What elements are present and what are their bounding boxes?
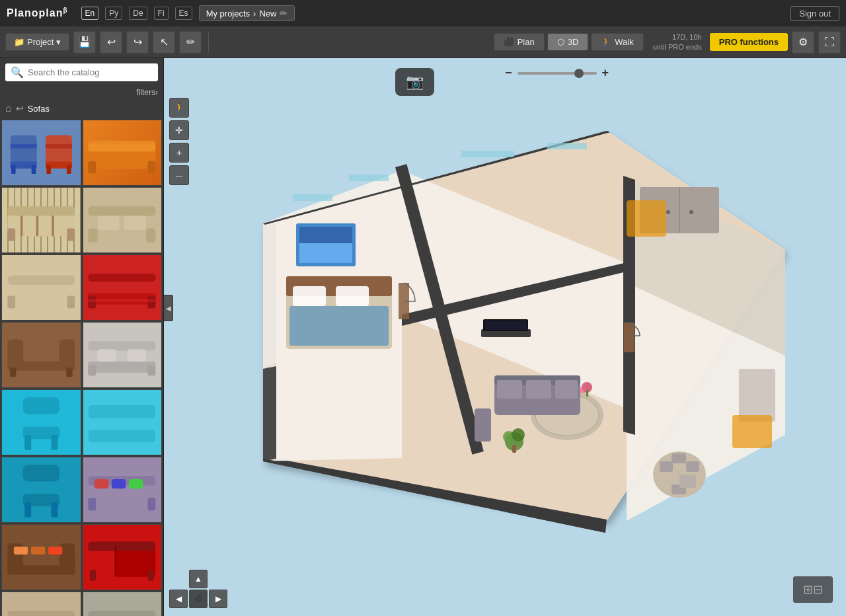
zoom-slider-thumb[interactable]	[574, 69, 584, 78]
lang-ru[interactable]: Ру	[105, 7, 122, 20]
nav-right-button[interactable]: ▶	[209, 590, 227, 608]
list-item[interactable]	[1, 389, 81, 455]
svg-rect-57	[89, 405, 155, 418]
lang-fi[interactable]: Fi	[154, 7, 169, 20]
cube-icon: ⬡	[557, 37, 564, 47]
svg-rect-138	[586, 390, 588, 397]
svg-rect-33	[89, 274, 156, 282]
pro-info-text: 17D, 10h until PRO ends	[653, 32, 702, 52]
furniture-grid	[0, 118, 163, 616]
search-input-wrap[interactable]: 🔍	[5, 63, 158, 81]
svg-rect-110	[349, 174, 389, 181]
zoom-minus-label[interactable]: −	[505, 66, 512, 80]
svg-rect-7	[32, 165, 36, 174]
list-item[interactable]	[83, 389, 163, 455]
svg-rect-43	[66, 367, 72, 377]
svg-rect-70	[148, 498, 156, 510]
nav-up-button[interactable]: ▲	[189, 570, 208, 588]
svg-rect-31	[67, 295, 75, 308]
svg-rect-74	[14, 547, 28, 555]
nav-center-button[interactable]: ⬛	[189, 590, 208, 608]
settings-button[interactable]: ⚙	[792, 31, 814, 54]
navigation-arrows: ▲ ◀ ⬛ ▶	[169, 570, 227, 608]
fullscreen-button[interactable]: ⛶	[818, 31, 841, 54]
svg-rect-37	[89, 299, 156, 302]
list-item[interactable]	[83, 524, 163, 590]
svg-rect-41	[7, 361, 75, 370]
gear-icon: ⚙	[798, 36, 808, 48]
list-item[interactable]	[83, 322, 163, 388]
search-icon: 🔍	[11, 66, 24, 79]
lang-de[interactable]: De	[129, 7, 147, 20]
list-item[interactable]	[83, 187, 163, 253]
chevron-right-icon: ›	[253, 9, 256, 19]
svg-rect-68	[129, 479, 143, 488]
search-input[interactable]	[28, 67, 153, 77]
svg-rect-29	[7, 276, 75, 285]
svg-rect-108	[624, 323, 634, 352]
category-label: Sofas	[28, 104, 50, 114]
app-logo: Planoplanβ	[7, 7, 68, 19]
zoom-plus-label[interactable]: +	[602, 66, 609, 80]
3d-view-button[interactable]: ⬡ 3D	[547, 33, 589, 51]
svg-rect-85	[7, 611, 75, 616]
svg-rect-80	[89, 541, 156, 551]
filters-row[interactable]: filters›	[0, 87, 163, 100]
svg-rect-151	[732, 415, 772, 448]
svg-rect-143	[672, 453, 686, 463]
sidebar-collapse-button[interactable]: ◀	[164, 295, 173, 321]
lang-en[interactable]: En	[81, 7, 99, 20]
walk-view-button[interactable]: 🚶 Walk	[591, 33, 643, 51]
svg-rect-20	[7, 228, 15, 241]
list-item[interactable]	[1, 592, 81, 616]
main-area: 🔍 filters› ⌂ ↩ Sofas	[0, 58, 846, 616]
back-icon[interactable]: ↩	[16, 103, 24, 114]
svg-rect-69	[89, 498, 96, 510]
plan-view-button[interactable]: ⬛ Plan	[494, 33, 545, 51]
select-button[interactable]: ↖	[153, 31, 175, 54]
draw-button[interactable]: ✏	[179, 31, 202, 54]
list-item[interactable]	[1, 524, 81, 590]
cursor-icon: ↖	[160, 36, 169, 48]
svg-rect-49	[89, 365, 96, 376]
undo-button[interactable]: ↩	[100, 31, 122, 54]
list-item[interactable]	[1, 322, 81, 388]
list-item[interactable]	[83, 120, 163, 186]
svg-rect-63	[51, 502, 58, 518]
pro-functions-button[interactable]: PRO functions	[710, 33, 788, 51]
viewport[interactable]: 📷 − + 🚶 ✛ + —	[164, 58, 846, 616]
svg-rect-112	[547, 143, 587, 149]
svg-rect-27	[124, 215, 146, 229]
floorplan-canvas	[177, 91, 805, 616]
svg-rect-82	[148, 570, 154, 581]
svg-rect-77	[7, 565, 75, 574]
svg-rect-25	[146, 228, 155, 242]
home-icon[interactable]: ⌂	[5, 102, 12, 114]
minimap[interactable]: ⊞⊟	[793, 576, 833, 603]
zoom-slider[interactable]	[518, 72, 597, 75]
list-item[interactable]	[1, 187, 81, 253]
list-item[interactable]	[83, 592, 163, 616]
my-projects-button[interactable]: My projects › New ✏	[199, 5, 295, 21]
svg-rect-60	[23, 465, 59, 481]
save-button[interactable]: 💾	[73, 31, 96, 54]
svg-rect-52	[23, 397, 59, 414]
nav-left-button[interactable]: ◀	[169, 590, 188, 608]
svg-rect-46	[89, 362, 156, 373]
svg-rect-62	[24, 502, 31, 518]
svg-rect-81	[90, 570, 96, 581]
svg-rect-0	[11, 135, 37, 166]
list-item[interactable]	[1, 120, 81, 186]
svg-rect-123	[484, 321, 527, 330]
list-item[interactable]	[83, 457, 163, 523]
fullscreen-icon: ⛶	[824, 36, 835, 48]
svg-rect-129	[526, 380, 551, 399]
lang-es[interactable]: Es	[175, 7, 192, 20]
project-button[interactable]: 📁 Project ▾	[5, 33, 69, 51]
svg-rect-130	[555, 380, 578, 399]
list-item[interactable]	[1, 254, 81, 321]
list-item[interactable]	[83, 254, 163, 321]
signout-button[interactable]: Sign out	[790, 6, 839, 21]
redo-button[interactable]: ↪	[126, 31, 149, 54]
list-item[interactable]	[1, 457, 81, 523]
